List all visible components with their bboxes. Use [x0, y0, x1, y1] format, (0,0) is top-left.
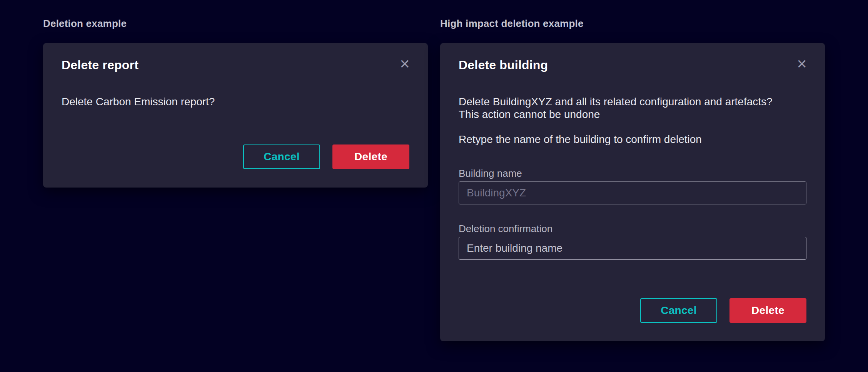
delete-button[interactable]: Delete — [332, 144, 409, 169]
dialog-message: Delete Carbon Emission report? — [62, 95, 409, 108]
close-icon: × — [400, 55, 410, 72]
building-name-field-group: Building name — [459, 167, 806, 204]
dialog-message-line2: This action cannot be undone — [459, 108, 806, 121]
delete-button[interactable]: Delete — [729, 298, 806, 323]
close-icon: × — [797, 55, 807, 72]
retype-instruction: Retype the name of the building to confi… — [459, 133, 806, 146]
cancel-button[interactable]: Cancel — [640, 298, 717, 323]
dialog-header: Delete report × — [62, 57, 409, 73]
dialog-title: Delete building — [459, 57, 548, 73]
deletion-confirmation-input[interactable] — [459, 237, 806, 260]
close-button[interactable]: × — [396, 55, 413, 72]
dialog-footer: Cancel Delete — [62, 144, 409, 169]
dialog-header: Delete building × — [459, 57, 806, 73]
high-impact-deletion-example-section: High impact deletion example Delete buil… — [440, 17, 825, 341]
dialog-title: Delete report — [62, 57, 139, 73]
dialog-footer: Cancel Delete — [459, 298, 806, 323]
deletion-confirmation-field-group: Deletion confirmation — [459, 222, 806, 260]
cancel-button[interactable]: Cancel — [243, 144, 320, 169]
section-heading: High impact deletion example — [440, 17, 825, 30]
deletion-confirmation-label: Deletion confirmation — [459, 222, 806, 235]
delete-report-dialog: Delete report × Delete Carbon Emission r… — [43, 43, 428, 188]
building-name-input[interactable] — [459, 181, 806, 204]
section-heading: Deletion example — [43, 17, 428, 30]
close-button[interactable]: × — [793, 55, 810, 72]
building-name-label: Building name — [459, 167, 806, 180]
dialog-message-line1: Delete BuildingXYZ and all its related c… — [459, 95, 806, 108]
delete-building-dialog: Delete building × Delete BuildingXYZ and… — [440, 43, 825, 341]
dialog-message: Delete BuildingXYZ and all its related c… — [459, 95, 806, 121]
deletion-example-section: Deletion example Delete report × Delete … — [43, 17, 428, 188]
